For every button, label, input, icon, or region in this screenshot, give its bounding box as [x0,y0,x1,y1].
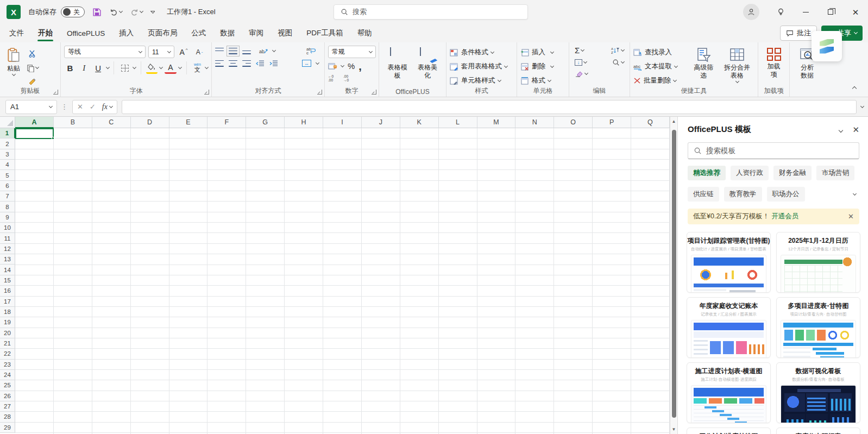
fill-color-button[interactable] [146,62,158,74]
clipboard-dialog-launcher[interactable] [53,90,58,95]
decrease-indent-button[interactable] [256,60,265,67]
font-dialog-launcher[interactable] [204,90,209,95]
borders-button[interactable] [119,62,131,74]
row-header-15[interactable]: 15 [0,275,15,286]
template-card-6[interactable]: 数据可视化看板数据分析/查看方向· 自动看板 [776,362,860,423]
number-format-combo[interactable]: 常规 [328,46,376,58]
cells-area[interactable] [15,128,670,434]
column-header-D[interactable]: D [131,117,169,128]
font-color-button[interactable]: A [165,62,177,74]
font-size-combo[interactable]: 11 [148,46,174,58]
name-box[interactable]: A1 [5,100,57,114]
column-header-M[interactable]: M [477,117,516,128]
insert-cells-button[interactable]: 插入 [520,47,553,58]
close-button[interactable]: ✕ [843,0,868,24]
formula-input[interactable] [122,100,857,114]
insert-function-button[interactable]: fx [102,103,112,111]
format-as-table-button[interactable]: 套用表格格式 [450,61,507,72]
tab-OfficePLUS[interactable]: OfficePLUS [60,24,112,42]
column-header-O[interactable]: O [554,117,593,128]
table-template-button[interactable]: 表格模板 [382,46,413,82]
row-header-29[interactable]: 29 [0,423,15,433]
column-header-L[interactable]: L [439,117,477,128]
redo-button[interactable] [130,8,143,17]
align-right-button[interactable] [242,60,251,67]
cut-button[interactable] [26,48,39,60]
template-search-box[interactable]: 搜索模板 [688,142,859,159]
row-header-17[interactable]: 17 [0,297,15,307]
template-card-8[interactable]: 家庭收支明细表 [776,427,860,434]
comma-button[interactable]: , [358,64,362,68]
chip-职场办公[interactable]: 职场办公 [767,187,805,202]
row-header-3[interactable]: 3 [0,149,15,160]
autosave-control[interactable]: 自动保存 关 [28,7,85,17]
tab-公式[interactable]: 公式 [184,24,213,42]
banner-close-icon[interactable]: ✕ [848,212,854,221]
undo-button[interactable] [109,8,122,17]
column-header-E[interactable]: E [169,117,208,128]
scroll-up-icon[interactable]: ▲ [670,119,677,124]
row-header-6[interactable]: 6 [0,181,15,191]
increase-indent-button[interactable] [269,60,278,67]
paste-button[interactable]: 粘贴 [3,46,24,78]
column-header-C[interactable]: C [92,117,131,128]
accounting-format-button[interactable] [328,62,337,70]
row-header-12[interactable]: 12 [0,244,15,254]
advanced-filter-button[interactable]: 高级筛选 [687,46,720,82]
column-header-A[interactable]: A [15,117,54,128]
column-header-H[interactable]: H [285,117,323,128]
align-top-button[interactable] [215,48,224,54]
conditional-format-button[interactable]: 条件格式 [450,47,507,58]
split-merge-button[interactable]: 拆分合并表格 [720,46,754,85]
find-select-button[interactable] [612,59,624,66]
tab-页面布局[interactable]: 页面布局 [141,24,184,42]
column-header-N[interactable]: N [515,117,554,128]
row-header-14[interactable]: 14 [0,265,15,275]
scrollbar-thumb[interactable] [672,130,676,418]
tab-PDF工具箱[interactable]: PDF工具箱 [299,24,350,42]
tab-审阅[interactable]: 审阅 [242,24,271,42]
cancel-button[interactable]: ✕ [77,103,83,111]
row-header-2[interactable]: 2 [0,139,15,149]
alignment-dialog-launcher[interactable] [317,90,322,95]
collapse-ribbon-button[interactable] [852,86,857,91]
row-header-7[interactable]: 7 [0,191,15,202]
column-header-P[interactable]: P [593,117,631,128]
increase-font-button[interactable]: A^ [177,46,190,58]
select-all-corner[interactable] [0,117,15,128]
find-entry-button[interactable]: 查找录入 [633,47,687,58]
font-name-combo[interactable]: 等线 [64,46,146,58]
row-header-19[interactable]: 19 [0,317,15,328]
increase-decimal-button[interactable]: ←0.00 [328,74,339,81]
row-header-20[interactable]: 20 [0,328,15,338]
redo-dropdown-icon[interactable] [140,9,143,13]
clear-button[interactable] [575,70,583,77]
row-header-24[interactable]: 24 [0,370,15,380]
column-header-I[interactable]: I [323,117,362,128]
font-color-dropdown-icon[interactable] [178,65,182,69]
align-center-button[interactable] [229,60,237,67]
column-header-J[interactable]: J [362,117,400,128]
row-header-23[interactable]: 23 [0,360,15,370]
column-header-F[interactable]: F [207,117,246,128]
underline-dropdown-icon[interactable] [105,65,109,69]
tips-button[interactable] [768,0,793,24]
copy-dropdown-icon[interactable] [35,65,39,69]
customize-qat-button[interactable] [150,11,155,13]
vertical-scrollbar[interactable]: ▲ ▼ [670,117,678,434]
template-card-4[interactable]: 多项目进度表-甘特图项目计划/查看方向· 自动甘特图 [776,297,860,358]
minimize-button[interactable] [793,0,818,24]
row-header-16[interactable]: 16 [0,286,15,296]
row-header-5[interactable]: 5 [0,170,15,180]
template-card-7[interactable]: 工作计划进度甘特图 [687,427,771,434]
row-header-9[interactable]: 9 [0,212,15,223]
row-header-21[interactable]: 21 [0,338,15,349]
row-header-22[interactable]: 22 [0,349,15,359]
orientation-dropdown-icon[interactable] [272,48,276,52]
row-header-8[interactable]: 8 [0,202,15,212]
template-card-3[interactable]: 年度家庭收支记账本记录收支 / 汇总分析 / 图表展示 [687,297,771,358]
autosum-button[interactable]: Σ [575,46,580,55]
enter-button[interactable]: ✓ [90,103,96,111]
fill-button[interactable]: ↓ [575,59,587,66]
scroll-down-icon[interactable]: ▼ [670,427,677,432]
